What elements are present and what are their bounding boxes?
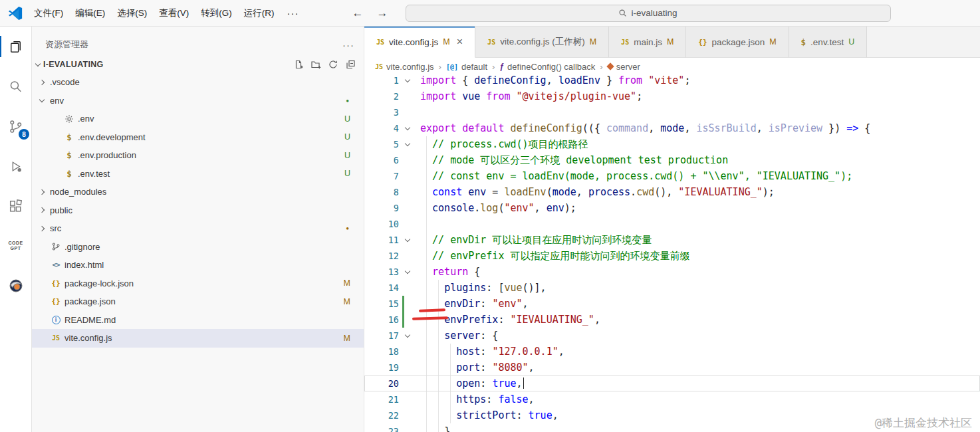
- code-line-9[interactable]: 9 console.log("env", env);: [364, 200, 980, 216]
- menu-more-button[interactable]: ···: [281, 7, 306, 19]
- fold-chevron-icon: [405, 268, 410, 273]
- breadcrumb-item-0[interactable]: JSvite.config.js: [375, 62, 434, 72]
- source-control-icon[interactable]: 8: [0, 106, 31, 146]
- code-line-16[interactable]: 16 envPrefix: "IEVALUATING_",: [364, 312, 980, 328]
- breadcrumb-item-2[interactable]: ƒdefineConfig() callback: [499, 62, 595, 72]
- tree-item-.env[interactable]: .envU: [32, 110, 364, 128]
- search-sidebar-icon[interactable]: [0, 66, 31, 106]
- code-line-14[interactable]: 14 plugins: [vue()],: [364, 280, 980, 296]
- code-line-3[interactable]: 3: [364, 104, 980, 120]
- new-folder-button[interactable]: [310, 59, 321, 70]
- tab-vite.config.js (工作树)[interactable]: JSvite.config.js (工作树)M: [475, 27, 609, 58]
- fold-gutter: [399, 152, 416, 168]
- run-debug-icon[interactable]: [0, 146, 31, 186]
- chevron-right-icon: ›: [492, 62, 495, 72]
- breadcrumb-item-3[interactable]: server: [608, 62, 640, 72]
- fold-gutter[interactable]: [399, 328, 416, 344]
- tree-item-.env.development[interactable]: $.env.developmentU: [32, 128, 364, 147]
- fold-chevron-icon: [405, 124, 410, 130]
- code-line-21[interactable]: 21 https: false,: [364, 391, 980, 407]
- tree-item-README.md[interactable]: iREADME.md: [32, 311, 364, 330]
- git-status-badge: M: [344, 334, 350, 343]
- tab-package.json[interactable]: {}package.jsonM: [686, 27, 789, 58]
- tree-item-.env.production[interactable]: $.env.productionU: [32, 146, 364, 165]
- code-area[interactable]: 1import { defineConfig, loadEnv } from "…: [364, 75, 980, 432]
- browser-tools-icon[interactable]: [0, 266, 31, 306]
- sidebar-more-button[interactable]: ···: [342, 39, 354, 51]
- code-line-11[interactable]: 11 // envDir 可以让项目在应用时访问到环境变量: [364, 232, 980, 248]
- tree-item-vite.config.js[interactable]: JSvite.config.jsM: [32, 329, 364, 348]
- nav-forward-button[interactable]: →: [377, 7, 388, 20]
- tree-item-package.json[interactable]: {}package.jsonM: [32, 292, 364, 311]
- tree-item-index.html[interactable]: <>index.html: [32, 256, 364, 274]
- command-center-search[interactable]: i-evaluating: [406, 5, 891, 22]
- menu-item-1[interactable]: 编辑(E): [69, 5, 111, 22]
- line-number: 9: [364, 200, 399, 216]
- tree-item-package-lock.json[interactable]: {}package-lock.jsonM: [32, 274, 364, 293]
- code-line-5[interactable]: 5 // process.cwd()项目的根路径: [364, 136, 980, 152]
- nav-back-button[interactable]: ←: [352, 7, 364, 20]
- tree-item-public[interactable]: public: [32, 201, 364, 220]
- git-status-badge: M: [443, 37, 449, 47]
- line-number: 6: [364, 152, 399, 168]
- js-icon: JS: [621, 39, 629, 46]
- tree-item-src[interactable]: src●: [32, 219, 364, 238]
- code-line-8[interactable]: 8 const env = loadEnv(mode, process.cwd(…: [364, 184, 980, 200]
- code-line-6[interactable]: 6 // mode 可以区分三个环境 development test prod…: [364, 152, 980, 168]
- menu-item-4[interactable]: 转到(G): [195, 5, 238, 22]
- line-number: 13: [364, 264, 399, 280]
- menu-item-2[interactable]: 选择(S): [111, 5, 153, 22]
- extensions-icon[interactable]: [0, 186, 31, 226]
- close-icon[interactable]: ×: [457, 36, 463, 48]
- code-line-12[interactable]: 12 // envPrefix 可以指定应用时能访问到的环境变量前缀: [364, 248, 980, 264]
- line-number: 5: [364, 136, 399, 152]
- project-root-row[interactable]: I-EVALUATING: [32, 56, 364, 73]
- text-cursor: [523, 378, 525, 389]
- git-status-badge: U: [344, 114, 350, 124]
- fold-gutter[interactable]: [399, 75, 416, 88]
- breadcrumb-item-1[interactable]: [@]default: [446, 62, 487, 72]
- tab-main.js[interactable]: JSmain.jsM: [609, 27, 686, 58]
- refresh-button[interactable]: [328, 59, 338, 70]
- fold-chevron-icon: [405, 140, 410, 146]
- tab-.env.test[interactable]: $.env.testU: [789, 27, 868, 58]
- git-added-indicator: [402, 296, 404, 328]
- code-line-7[interactable]: 7 // const env = loadEnv(mode, process.c…: [364, 168, 980, 184]
- code-line-15[interactable]: 15 envDir: "env",: [364, 296, 980, 312]
- fold-gutter: [399, 200, 416, 216]
- fold-gutter[interactable]: [399, 136, 416, 152]
- collapse-all-button[interactable]: [345, 59, 356, 70]
- code-line-1[interactable]: 1import { defineConfig, loadEnv } from "…: [364, 75, 980, 88]
- code-line-2[interactable]: 2import vue from "@vitejs/plugin-vue";: [364, 88, 980, 104]
- menu-item-3[interactable]: 查看(V): [153, 5, 195, 22]
- fold-chevron-icon: [405, 236, 410, 241]
- project-name: I-EVALUATING: [43, 60, 104, 69]
- js-icon: JS: [487, 39, 495, 46]
- code-line-17[interactable]: 17 server: {: [364, 328, 980, 344]
- new-file-button[interactable]: [293, 59, 304, 70]
- explorer-icon[interactable]: [0, 27, 31, 66]
- fold-gutter[interactable]: [399, 264, 416, 280]
- fold-gutter[interactable]: [399, 120, 416, 136]
- tree-item-.gitignore[interactable]: .gitignore: [32, 238, 364, 257]
- code-gpt-icon[interactable]: CODEGPT: [0, 226, 31, 266]
- line-number: 14: [364, 280, 399, 296]
- code-line-10[interactable]: 10: [364, 216, 980, 232]
- code-line-18[interactable]: 18 host: "127.0.0.1",: [364, 344, 980, 360]
- code-line-4[interactable]: 4export default defineConfig(({ command,…: [364, 120, 980, 136]
- menu-item-5[interactable]: 运行(R): [238, 5, 281, 22]
- git-status-badge: M: [344, 297, 350, 306]
- tree-item-env[interactable]: env●: [32, 92, 364, 110]
- tree-item-.vscode[interactable]: .vscode: [32, 73, 364, 92]
- chevron-down-icon: [39, 97, 45, 102]
- tree-item-node_modules[interactable]: node_modules: [32, 183, 364, 201]
- code-line-13[interactable]: 13 return {: [364, 264, 980, 280]
- code-line-20[interactable]: 20 open: true,: [364, 376, 980, 391]
- explorer-sidebar: 资源管理器 ··· I-EVALUATING .vscodeenv●.envU$…: [32, 27, 364, 432]
- code-line-19[interactable]: 19 port: "8080",: [364, 360, 980, 376]
- tab-vite.config.js[interactable]: JSvite.config.jsM×: [364, 27, 475, 58]
- fold-chevron-icon: [405, 332, 410, 337]
- menu-item-0[interactable]: 文件(F): [28, 5, 69, 22]
- fold-gutter[interactable]: [399, 232, 416, 248]
- tree-item-.env.test[interactable]: $.env.testU: [32, 165, 364, 183]
